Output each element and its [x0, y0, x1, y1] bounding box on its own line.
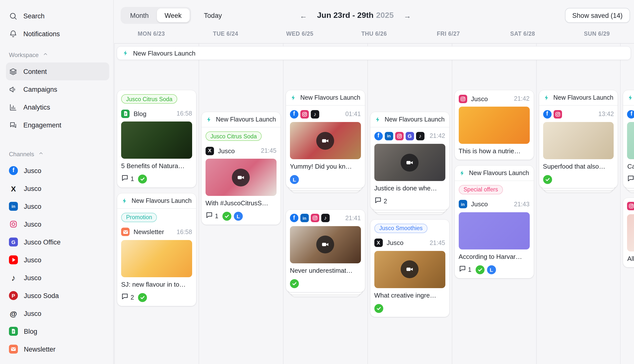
post-card[interactable]: Jusco SmoothiesXJusco21:45What creative …	[370, 220, 449, 317]
post-card[interactable]: New Flavours LaunchJusco Citrus SodaXJus…	[201, 112, 281, 225]
sidebar-channel-pinterest[interactable]: PJusco Soda	[6, 287, 109, 304]
label-badge-l: L	[487, 265, 496, 274]
blog-icon	[9, 327, 18, 336]
sidebar-item-analytics[interactable]: Analytics	[6, 98, 109, 116]
month-view-button[interactable]: Month	[122, 8, 157, 22]
sidebar-channel-linkedin[interactable]: inJusco	[6, 197, 109, 215]
facebook-icon: f	[627, 110, 634, 118]
instagram-icon	[553, 110, 562, 118]
prev-week-arrow-icon[interactable]: ←	[298, 10, 309, 20]
card-campaign-header: New Flavours Launch	[117, 194, 196, 209]
post-card[interactable]: New Flavours LaunchSpecial offersinJusco…	[455, 166, 533, 278]
approved-check-icon	[290, 279, 299, 288]
post-card[interactable]: New Flavours LaunchPromotionNewsletter16…	[117, 194, 196, 306]
sidebar-channel-tiktok[interactable]: ♪Jusco	[6, 269, 109, 287]
bell-icon	[9, 30, 17, 38]
campaign-banner[interactable]: New Flavours Launch	[117, 46, 631, 60]
calendar-toolbar: Month Week Today ← Jun 23rd - 29th2025 →…	[114, 0, 634, 31]
post-title: This is how a nutrie…	[459, 147, 529, 156]
show-saved-button[interactable]: Show saved (14)	[565, 8, 630, 23]
sidebar-item-label: Analytics	[23, 104, 50, 111]
card-campaign-label: New Flavours Launch	[132, 197, 192, 204]
post-media-orange-smoothie-glass[interactable]	[121, 240, 192, 277]
post-time: 16:58	[176, 110, 192, 117]
chart-icon	[9, 103, 17, 111]
label-pill: Jusco Citrus Soda	[205, 132, 262, 141]
post-media-smoothie-cups-on-wood[interactable]	[374, 251, 445, 288]
post-title: Justice is done whe…	[374, 184, 445, 193]
sidebar-channel-blog[interactable]: Blog	[6, 322, 109, 340]
post-media-matches-on-purple[interactable]	[459, 212, 529, 250]
post-media-bar-shelf-scene[interactable]	[374, 144, 445, 181]
day-header: TUE 6/24	[188, 31, 263, 43]
post-card[interactable]: Jusco21:42All smoothies are pr…	[623, 198, 634, 267]
post-media-apricots[interactable]	[459, 106, 529, 144]
sidebar-channel-newsletter[interactable]: Newsletter	[6, 340, 109, 358]
post-card[interactable]: fin♪21:41Never underestimat…	[286, 210, 365, 292]
post-card[interactable]: New Flavours LaunchfinG♪21:42Justice is …	[370, 112, 449, 210]
post-card[interactable]: Jusco21:42This is how a nutrie…	[455, 90, 533, 160]
channel-label: Jusco	[24, 167, 42, 174]
card-campaign-label: New Flavours Launch	[216, 116, 276, 123]
account-name: Newsletter	[134, 228, 164, 236]
card-stack: Jusco Citrus SodaBlog16:585 Benefits of …	[115, 44, 198, 317]
post-card[interactable]: New Flavours Launchf♪01:41Yummy! Did you…	[286, 90, 365, 188]
sidebar-item-campaigns[interactable]: Campaigns	[6, 80, 109, 98]
card-footer	[543, 175, 614, 184]
today-button[interactable]: Today	[204, 12, 222, 19]
workspace-section-label: Workspace	[9, 52, 39, 58]
post-card[interactable]: New Flavours Launchf13:42Superfood that …	[539, 90, 618, 188]
day-column: New Flavours LaunchJusco Citrus SodaXJus…	[198, 44, 283, 364]
sidebar-channel-instagram[interactable]: Jusco	[6, 215, 109, 233]
post-media-detox-bottle-on-basil-leaves[interactable]	[121, 122, 192, 159]
sidebar-item-content[interactable]: Content	[6, 62, 109, 80]
sidebar-item-label: Engagement	[23, 121, 61, 129]
next-week-arrow-icon[interactable]: →	[402, 10, 413, 20]
x-icon: X	[205, 146, 214, 155]
channel-row: f13:42	[543, 110, 614, 118]
post-media-red-iced-drinks[interactable]	[290, 122, 361, 159]
post-media-juice-bottles-flatlay[interactable]	[543, 122, 614, 159]
sidebar-item-notifications[interactable]: Notifications	[6, 25, 109, 43]
account-name: Jusco	[471, 200, 488, 208]
card-stack: New Flavours Launchf21:41Can't have the …	[621, 44, 634, 278]
label-badge-l: L	[290, 175, 299, 184]
channels-section-header[interactable]: Channels	[6, 147, 109, 162]
video-camera-icon	[401, 154, 418, 171]
facebook-icon: f	[9, 166, 18, 175]
channels-section-label: Channels	[9, 151, 34, 158]
sidebar-channel-facebook[interactable]: fJusco	[6, 162, 109, 180]
comment-indicator[interactable]: 1	[459, 265, 471, 274]
sidebar-channel-youtube[interactable]: Jusco	[6, 251, 109, 269]
label-pill: Promotion	[121, 213, 157, 222]
sidebar-channel-x[interactable]: XJusco	[6, 180, 109, 197]
post-card[interactable]: Jusco Citrus SodaBlog16:585 Benefits of …	[117, 90, 196, 188]
sidebar-channel-threads[interactable]: @Jusco	[6, 304, 109, 322]
channel-list: fJuscoXJuscoinJuscoJuscoGJusco OfficeJus…	[6, 162, 109, 358]
approved-check-icon	[475, 265, 484, 274]
sidebar-item-engagement[interactable]: Engagement	[6, 116, 109, 134]
campaign-bolt-icon	[206, 116, 212, 122]
post-media-pink-citrus-drink-pour[interactable]	[205, 159, 277, 196]
post-media-chocolate-pour-jars[interactable]	[290, 226, 361, 263]
comment-indicator[interactable]: 2	[374, 197, 387, 206]
post-media-pink-smoothie-berries[interactable]	[627, 214, 634, 252]
comment-indicator[interactable]: 1	[121, 174, 134, 184]
comment-indicator[interactable]: 4	[627, 175, 634, 184]
campaign-banner-label: New Flavours Launch	[133, 49, 195, 57]
workspace-section-header[interactable]: Workspace	[6, 48, 109, 62]
sidebar-channel-google[interactable]: GJusco Office	[6, 233, 109, 251]
channel-row: finG♪21:42	[374, 132, 445, 140]
video-camera-icon	[232, 168, 250, 186]
week-view-button[interactable]: Week	[157, 8, 190, 22]
card-body: f♪01:41Yummy! Did you kn…L	[286, 106, 365, 188]
sidebar-item-label: Campaigns	[23, 86, 57, 93]
comment-indicator[interactable]: 2	[121, 293, 134, 302]
post-card[interactable]: New Flavours Launchf21:41Can't have the …	[623, 90, 634, 188]
sidebar-item-search[interactable]: Search	[6, 7, 109, 25]
post-media-green-detox-pour[interactable]	[627, 122, 634, 159]
facebook-icon: f	[374, 132, 382, 140]
comment-indicator[interactable]: 1	[205, 212, 219, 221]
pinterest-icon: P	[9, 291, 18, 300]
card-campaign-header: New Flavours Launch	[201, 112, 281, 128]
